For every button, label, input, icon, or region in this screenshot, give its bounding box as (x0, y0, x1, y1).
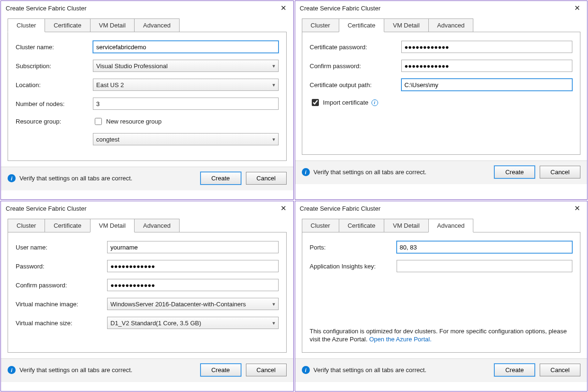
tab-certificate[interactable]: Certificate (45, 219, 90, 232)
location-value: East US 2 (96, 81, 124, 89)
tab-panel: Ports: Application Insights key: This co… (302, 232, 581, 353)
tab-vm-detail[interactable]: VM Detail (90, 219, 135, 232)
new-resource-group-label: New resource group (106, 118, 162, 125)
new-resource-group-checkbox[interactable]: New resource group (93, 116, 162, 126)
location-select[interactable]: East US 2 ▾ (93, 79, 279, 91)
tab-cluster[interactable]: Cluster (302, 219, 339, 232)
cert-output-path-label: Certificate output path: (310, 81, 398, 89)
create-button[interactable]: Create (494, 166, 535, 178)
tab-strip: Cluster Certificate VM Detail Advanced (295, 214, 588, 232)
chevron-down-icon: ▾ (272, 136, 275, 143)
footer-message: Verify that settings on all tabs are cor… (19, 175, 132, 182)
close-icon[interactable]: ✕ (279, 204, 289, 213)
create-button[interactable]: Create (200, 172, 241, 185)
num-nodes-label: Number of nodes: (16, 100, 89, 107)
info-icon: i (302, 366, 310, 374)
window-title: Create Service Fabric Cluster (6, 5, 87, 12)
tab-panel: Certificate password: Confirm password: … (302, 32, 581, 155)
cert-password-label: Certificate password: (310, 44, 398, 51)
tab-strip: Cluster Certificate VM Detail Advanced (1, 214, 293, 232)
vm-size-value: D1_V2 Standard(1 Core, 3.5 GB) (110, 320, 201, 327)
cancel-button[interactable]: Cancel (540, 364, 580, 376)
tab-advanced[interactable]: Advanced (428, 219, 474, 232)
vm-password-label: Password: (16, 263, 103, 270)
info-icon: i (8, 366, 16, 374)
username-input[interactable] (107, 241, 279, 253)
tab-panel: Cluster name: Subscription: Visual Studi… (8, 32, 287, 161)
vm-password-input[interactable] (107, 260, 279, 272)
tab-cluster[interactable]: Cluster (8, 18, 45, 32)
import-certificate-checkbox[interactable]: Import certificate i (310, 98, 378, 107)
vm-size-select[interactable]: D1_V2 Standard(1 Core, 3.5 GB) ▾ (107, 317, 279, 329)
tab-strip: Cluster Certificate VM Detail Advanced (295, 14, 588, 32)
info-icon: i (8, 174, 16, 182)
cert-password-input[interactable] (401, 41, 573, 53)
tab-cluster[interactable]: Cluster (302, 18, 339, 32)
vm-image-select[interactable]: WindowsServer 2016-Datacenter-with-Conta… (107, 298, 279, 310)
window-title: Create Service Fabric Cluster (300, 5, 381, 12)
cluster-name-label: Cluster name: (16, 44, 89, 51)
resource-group-select[interactable]: congtest ▾ (93, 133, 279, 145)
create-button[interactable]: Create (200, 364, 241, 376)
cancel-button[interactable]: Cancel (246, 172, 287, 185)
chevron-down-icon: ▾ (272, 63, 275, 69)
ports-label: Ports: (310, 244, 393, 251)
tab-certificate[interactable]: Certificate (339, 219, 385, 232)
ai-key-input[interactable] (397, 260, 573, 272)
num-nodes-input[interactable] (93, 98, 279, 110)
footer-message: Verify that settings on all tabs are cor… (314, 366, 426, 374)
cancel-button[interactable]: Cancel (540, 166, 580, 178)
username-label: User name: (16, 244, 103, 251)
vm-confirm-password-input[interactable] (107, 279, 279, 291)
confirm-password-label: Confirm password: (310, 62, 398, 70)
tab-strip: Cluster Certificate VM Detail Advanced (1, 14, 293, 32)
footer-message: Verify that settings on all tabs are cor… (314, 169, 426, 176)
footer-message: Verify that settings on all tabs are cor… (19, 366, 132, 374)
cluster-name-input[interactable] (93, 41, 279, 53)
tab-certificate[interactable]: Certificate (339, 18, 385, 32)
vm-image-value: WindowsServer 2016-Datacenter-with-Conta… (110, 301, 246, 308)
chevron-down-icon: ▾ (272, 82, 275, 88)
chevron-down-icon: ▾ (272, 320, 275, 326)
close-icon[interactable]: ✕ (572, 204, 582, 213)
vm-size-label: Virtual machine size: (16, 320, 103, 327)
subscription-value: Visual Studio Professional (96, 62, 168, 70)
resource-group-label: Resource group: (16, 118, 89, 125)
tab-advanced[interactable]: Advanced (134, 18, 180, 32)
location-label: Location: (16, 81, 89, 89)
open-azure-portal-link[interactable]: Open the Azure Portal. (369, 336, 432, 343)
info-icon[interactable]: i (371, 99, 378, 106)
subscription-select[interactable]: Visual Studio Professional ▾ (93, 60, 279, 72)
import-certificate-label: Import certificate (323, 99, 369, 106)
tab-vm-detail[interactable]: VM Detail (384, 219, 428, 232)
ai-key-label: Application Insights key: (310, 263, 393, 270)
confirm-password-input[interactable] (401, 60, 573, 72)
vm-confirm-password-label: Confirm password: (16, 282, 103, 289)
tab-vm-detail[interactable]: VM Detail (384, 18, 428, 32)
tab-certificate[interactable]: Certificate (45, 18, 90, 32)
dialog-vm-detail: Create Service Fabric Cluster ✕ Cluster … (0, 201, 294, 392)
cert-output-path-input[interactable] (401, 79, 573, 91)
tab-advanced[interactable]: Advanced (428, 18, 474, 32)
tab-vm-detail[interactable]: VM Detail (90, 18, 135, 32)
window-title: Create Service Fabric Cluster (300, 205, 381, 212)
dialog-cluster: Create Service Fabric Cluster ✕ Cluster … (0, 0, 294, 200)
resource-group-value: congtest (96, 136, 119, 143)
info-icon: i (302, 168, 310, 176)
close-icon[interactable]: ✕ (279, 4, 289, 12)
tab-advanced[interactable]: Advanced (134, 219, 180, 232)
tab-panel: User name: Password: Confirm password: V… (8, 232, 287, 353)
hint-text: This configuration is optimized for dev … (310, 327, 573, 344)
vm-image-label: Virtual machine image: (16, 301, 103, 308)
chevron-down-icon: ▾ (272, 301, 275, 307)
subscription-label: Subscription: (16, 62, 89, 70)
dialog-advanced: Create Service Fabric Cluster ✕ Cluster … (295, 201, 588, 392)
window-title: Create Service Fabric Cluster (6, 205, 87, 212)
cancel-button[interactable]: Cancel (246, 364, 287, 376)
tab-cluster[interactable]: Cluster (8, 219, 45, 232)
close-icon[interactable]: ✕ (572, 4, 582, 12)
ports-input[interactable] (397, 241, 573, 253)
dialog-certificate: Create Service Fabric Cluster ✕ Cluster … (295, 0, 588, 200)
create-button[interactable]: Create (494, 364, 535, 376)
